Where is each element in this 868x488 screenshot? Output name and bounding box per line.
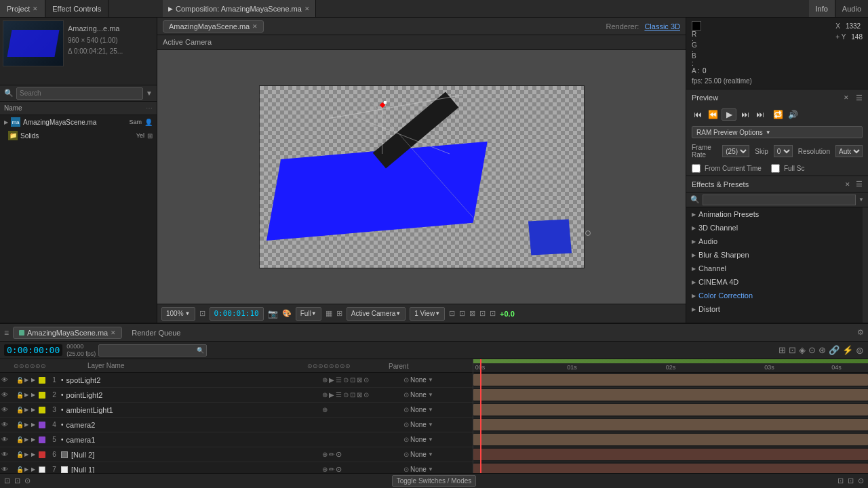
tl-bottom-right-2[interactable]: ⊡ — [848, 476, 854, 485]
layer-row-1[interactable]: 👁 🔓 ▶ ▶ 1 • spotLight2 ⊕ ▶ ☰ ⊙ — [0, 373, 473, 388]
layer-eye-4[interactable]: 👁 — [1, 421, 9, 428]
layer-lock-2[interactable]: 🔓 — [16, 392, 23, 399]
search-dropdown-icon[interactable]: ▼ — [146, 89, 153, 97]
category-animation-presets[interactable]: ▶ Animation Presets — [686, 207, 868, 221]
tl-bottom-right-1[interactable]: ⊡ — [837, 476, 844, 485]
l1-icon-g[interactable]: ⊙ — [363, 376, 369, 384]
layer-lock-5[interactable]: 🔓 — [16, 436, 23, 443]
layer-expand-3[interactable]: ▶ — [24, 392, 28, 398]
step-back-btn[interactable]: ⏪ — [707, 108, 719, 121]
layer-row-2[interactable]: 👁 🔓 ▶ ▶ 2 • pointLight2 ⊕ ▶ ☰ ⊙ — [0, 388, 473, 403]
effects-close-icon[interactable]: ✕ — [845, 181, 850, 188]
view-select[interactable]: 1 View ▼ — [410, 307, 445, 321]
l6-icon-a[interactable]: ⊕ — [322, 451, 328, 458]
tl-bottom-right-3[interactable]: ⊙ — [858, 476, 864, 485]
play-stop-btn[interactable]: ▶ — [722, 108, 736, 121]
preview-close-icon[interactable]: ✕ — [844, 94, 849, 101]
layer-expand-2[interactable]: ▶ — [31, 377, 35, 383]
camera-select[interactable]: Active Camera ▼ — [347, 307, 406, 321]
tl-icon-5[interactable]: ⊛ — [818, 345, 826, 355]
l2-icon-d[interactable]: ⊙ — [343, 391, 349, 399]
track-row-1[interactable] — [473, 373, 868, 388]
quality-dropdown[interactable]: ▼ — [311, 310, 317, 317]
skip-to-end-btn[interactable]: ⏭ — [754, 108, 766, 121]
skip-select[interactable]: 0 — [774, 145, 793, 157]
tl-icon-4[interactable]: ⊙ — [808, 345, 816, 355]
layer-expand-9[interactable]: ▶ — [24, 436, 28, 443]
audio-btn[interactable]: 🔊 — [787, 108, 799, 121]
layer-row-7[interactable]: 👁 🔓 ▶ ▶ 7 [Null 1] ⊕ ✏ ⊙ — [0, 462, 473, 473]
tl-icon-3[interactable]: ◈ — [799, 345, 806, 355]
l2-icon-a[interactable]: ⊕ — [322, 391, 328, 399]
l7-icon-a[interactable]: ⊕ — [322, 466, 328, 473]
tl-icon-1[interactable]: ⊞ — [778, 345, 786, 355]
tl-bottom-icon-1[interactable]: ⊡ — [4, 476, 10, 485]
category-3d-channel[interactable]: ▶ 3D Channel — [686, 221, 868, 235]
audio-tab[interactable]: Audio — [835, 0, 868, 17]
l1-icon-a[interactable]: ⊕ — [322, 376, 328, 384]
l2-icon-e[interactable]: ⊡ — [350, 391, 355, 399]
current-time-display[interactable]: 0:00:00:00 — [4, 344, 62, 356]
toggle-switches-btn[interactable]: Toggle Switches / Modes — [392, 475, 477, 487]
expand-icon[interactable]: ▶ — [4, 119, 8, 125]
loop-btn[interactable]: 🔁 — [772, 108, 784, 121]
track-row-5[interactable] — [473, 432, 868, 447]
view-dropdown[interactable]: ▼ — [435, 310, 440, 317]
track-row-6[interactable] — [473, 447, 868, 462]
layer-eye-3[interactable]: 👁 — [1, 406, 9, 413]
frame-rate-select[interactable]: (25) — [722, 145, 749, 157]
layer-expand-7[interactable]: ▶ — [24, 422, 28, 428]
file-item-solids[interactable]: 📁 Solids Yel ⊞ — [0, 129, 157, 142]
timeline-comp-tab[interactable]: AmazingMayaScene.ma ✕ — [13, 327, 122, 339]
layer-lock-4[interactable]: 🔓 — [16, 422, 23, 428]
quality-select[interactable]: Full ▼ — [296, 307, 321, 321]
render-queue-tab[interactable]: Render Queue — [126, 327, 186, 338]
layer-eye-5[interactable]: 👁 — [1, 436, 9, 443]
l1-icon-e[interactable]: ⊡ — [350, 376, 355, 384]
layer-expand-12[interactable]: ▶ — [31, 451, 35, 458]
l1-icon-c[interactable]: ☰ — [336, 376, 342, 384]
l2-icon-c[interactable]: ☰ — [336, 391, 342, 399]
composition-viewer[interactable] — [157, 50, 686, 304]
close-icon[interactable]: ✕ — [33, 5, 38, 12]
timecode-display[interactable]: 0:00:01:10 — [210, 307, 264, 321]
parent-dropdown-6[interactable]: ▼ — [428, 451, 433, 458]
track-row-2[interactable] — [473, 388, 868, 403]
file-item-maya-scene[interactable]: ▶ ma AmazingMayaScene.ma Sam 👤 — [0, 115, 157, 129]
layer-expand-6[interactable]: ▶ — [31, 407, 35, 413]
comp-close-icon[interactable]: ✕ — [304, 5, 310, 12]
layer-lock-7[interactable]: 🔓 — [16, 466, 23, 473]
layer-solo-1[interactable] — [9, 377, 16, 384]
ram-dropdown-icon[interactable]: ▼ — [766, 129, 771, 136]
preview-menu-icon[interactable]: ☰ — [856, 94, 863, 102]
layer-expand-8[interactable]: ▶ — [31, 422, 35, 428]
layer-lock-3[interactable]: 🔓 — [16, 407, 23, 413]
parent-dropdown-3[interactable]: ▼ — [428, 407, 433, 413]
category-channel[interactable]: ▶ Channel — [686, 262, 868, 275]
layer-expand-11[interactable]: ▶ — [24, 451, 28, 458]
l1-icon-b[interactable]: ▶ — [329, 376, 334, 384]
track-row-4[interactable] — [473, 418, 868, 432]
timeline-search[interactable] — [98, 344, 207, 357]
tl-icon-6[interactable]: 🔗 — [829, 345, 840, 355]
l2-icon-g[interactable]: ⊙ — [363, 391, 369, 399]
zoom-select[interactable]: 100% ▼ — [161, 307, 195, 321]
effect-controls-tab[interactable]: Effect Controls — [45, 0, 108, 17]
category-color-correction[interactable]: ▶ Color Correction — [686, 289, 868, 302]
l2-icon-b[interactable]: ▶ — [329, 391, 334, 399]
layer-expand-10[interactable]: ▶ — [31, 436, 35, 443]
renderer-value[interactable]: Classic 3D — [644, 22, 680, 30]
layer-lock-6[interactable]: 🔓 — [16, 451, 23, 458]
layer-row-3[interactable]: 👁 🔓 ▶ ▶ 3 • ambientLight1 ⊕ ⊙ — [0, 403, 473, 418]
l7-icon-pencil[interactable]: ✏ — [329, 466, 334, 473]
l1-icon-d[interactable]: ⊙ — [343, 376, 349, 384]
layer-row-4[interactable]: 👁 🔓 ▶ ▶ 4 • camera2 ⊙ None ▼ — [0, 418, 473, 432]
l7-icon-c[interactable]: ⊙ — [336, 465, 342, 473]
layer-row-6[interactable]: 👁 🔓 ▶ ▶ 6 [Null 2] ⊕ ✏ ⊙ — [0, 447, 473, 462]
layer-expand-1[interactable]: ▶ — [24, 377, 28, 383]
category-distort[interactable]: ▶ Distort — [686, 302, 868, 316]
timeline-close-icon[interactable]: ✕ — [111, 329, 116, 336]
layer-expand-4[interactable]: ▶ — [31, 392, 35, 398]
layer-expand-5[interactable]: ▶ — [24, 407, 28, 413]
category-blur-sharpen[interactable]: ▶ Blur & Sharpen — [686, 248, 868, 262]
